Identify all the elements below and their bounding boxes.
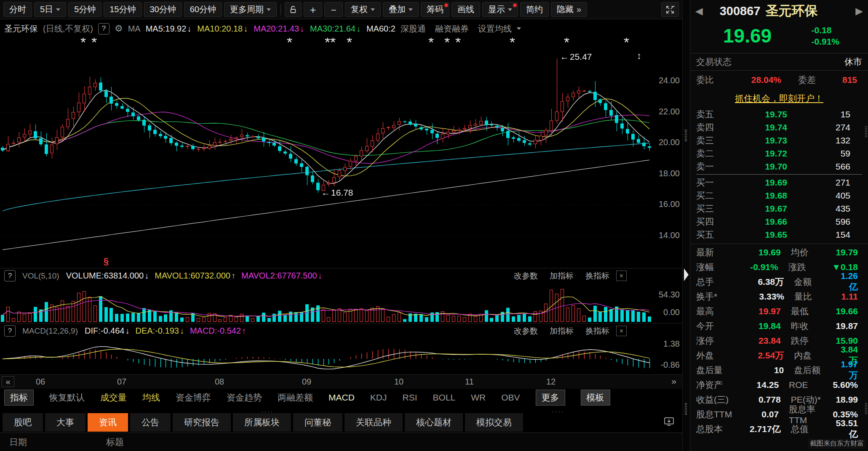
bottom-nav-tab[interactable]: 股吧 bbox=[3, 413, 43, 432]
bottom-nav-tab[interactable]: 核心题材 bbox=[405, 413, 463, 432]
volume-canvas[interactable] bbox=[0, 283, 652, 323]
event-star-icon[interactable]: * bbox=[624, 38, 629, 47]
event-star-icon[interactable]: * bbox=[287, 38, 292, 47]
indicator-tab[interactable]: RSI bbox=[403, 393, 417, 403]
tool-button[interactable]: 筹码 bbox=[421, 2, 449, 17]
book-quantity: 435 bbox=[836, 204, 862, 214]
edge-grip[interactable] bbox=[865, 403, 867, 414]
drag-grip[interactable]: ···· bbox=[261, 408, 273, 416]
main-candlestick-chart[interactable]: 24.0022.0020.0018.0016.0014.00 ←25.47←16… bbox=[0, 38, 682, 268]
indicator-tab[interactable]: 恢复默认 bbox=[49, 392, 85, 403]
indicator-tab[interactable]: WR bbox=[471, 393, 486, 403]
event-star-icon[interactable]: * bbox=[91, 38, 97, 47]
tool-button[interactable]: 叠加 bbox=[383, 2, 419, 17]
bottom-nav-tab[interactable]: 研究报告 bbox=[173, 413, 231, 432]
tool-button[interactable]: 显示 bbox=[482, 2, 518, 17]
period-button[interactable]: 30分钟 bbox=[144, 2, 182, 17]
ma-header-link[interactable]: 融资融券 bbox=[435, 23, 469, 34]
bottom-nav-tab[interactable]: 大事 bbox=[45, 413, 85, 432]
gear-icon[interactable]: ⚙ bbox=[115, 23, 123, 34]
ma-header-link[interactable]: 设置均线 bbox=[478, 23, 512, 34]
period-button[interactable]: 5日 bbox=[34, 2, 66, 17]
vol-action-link[interactable]: 加指标 bbox=[550, 271, 574, 281]
scale-drag-icon[interactable]: ↕ bbox=[637, 50, 641, 61]
period-button[interactable]: 15分钟 bbox=[104, 2, 142, 17]
period-button[interactable]: 更多周期 bbox=[224, 2, 277, 17]
indicator-tab[interactable]: 资金趋势 bbox=[227, 392, 262, 403]
event-star-icon[interactable]: * bbox=[80, 38, 86, 47]
open-account-ad-link[interactable]: 抓住机会，即刻开户！ bbox=[735, 93, 823, 104]
bottom-nav-tab[interactable]: 模拟交易 bbox=[465, 413, 523, 432]
macd-chart[interactable]: 1.38 -0.86 bbox=[0, 338, 682, 374]
macd-action-link[interactable]: 换指标 bbox=[585, 326, 609, 337]
event-star-icon[interactable]: * bbox=[347, 38, 352, 47]
divider-grip[interactable] bbox=[685, 403, 687, 415]
tool-button[interactable]: 画线 bbox=[451, 2, 480, 17]
indicator-tab[interactable]: 均线 bbox=[142, 392, 160, 403]
price-axis-label: 14.00 bbox=[654, 231, 680, 240]
period-button[interactable]: 60分钟 bbox=[184, 2, 222, 17]
indicator-tab[interactable]: 更多 bbox=[536, 390, 565, 406]
event-star-icon[interactable]: * bbox=[330, 38, 336, 47]
period-button[interactable]: 5分钟 bbox=[68, 2, 101, 17]
indicator-tab[interactable]: 资金博弈 bbox=[176, 392, 211, 403]
zoom-out-button[interactable]: － bbox=[324, 2, 343, 17]
candlestick-canvas[interactable] bbox=[0, 38, 652, 268]
tool-button[interactable]: 简约 bbox=[520, 2, 549, 17]
indicator-tab[interactable]: 成交量 bbox=[100, 392, 127, 403]
bottom-nav-tab[interactable]: 公告 bbox=[130, 413, 171, 432]
macd-action-link[interactable]: 加指标 bbox=[550, 326, 574, 337]
event-star-icon[interactable]: * bbox=[325, 38, 330, 47]
ma-header-link[interactable]: 深股通 bbox=[401, 23, 426, 34]
scroll-right-button[interactable]: » bbox=[671, 376, 676, 386]
indicator-tab[interactable]: 两融差额 bbox=[278, 392, 313, 403]
close-icon[interactable]: × bbox=[616, 326, 627, 336]
help-icon[interactable]: ? bbox=[4, 325, 16, 337]
macd-action-link[interactable]: 改参数 bbox=[514, 326, 538, 337]
bottom-nav-tab[interactable]: 所属板块 bbox=[233, 413, 291, 432]
fullscreen-button[interactable] bbox=[661, 2, 679, 17]
prev-stock-arrow[interactable]: ◀ bbox=[695, 5, 703, 17]
bottom-nav-tab[interactable]: 关联品种 bbox=[345, 413, 403, 432]
drag-grip[interactable]: ···· bbox=[552, 408, 564, 416]
tool-button[interactable]: 隐藏» bbox=[551, 2, 587, 17]
help-icon[interactable]: ? bbox=[98, 23, 110, 34]
unlock-button[interactable] bbox=[285, 2, 302, 17]
scroll-left-button[interactable]: « bbox=[2, 376, 14, 387]
period-button[interactable]: 分时 bbox=[3, 2, 32, 17]
next-stock-arrow[interactable]: ▶ bbox=[855, 5, 863, 17]
vol-action-link[interactable]: 改参数 bbox=[514, 271, 538, 281]
dividend-mark-icon[interactable]: § bbox=[104, 256, 109, 267]
news-window-button[interactable] bbox=[663, 416, 675, 429]
volume-chart[interactable]: 54.30 0.00 bbox=[0, 283, 682, 323]
event-star-icon[interactable]: * bbox=[564, 38, 569, 47]
bottom-nav-tab[interactable]: 问董秘 bbox=[293, 413, 342, 432]
edge-grip[interactable] bbox=[865, 126, 867, 137]
indicator-tab[interactable]: OBV bbox=[501, 393, 520, 403]
indicator-tab[interactable]: 指标 bbox=[4, 390, 34, 406]
macd-value-label: DEA:-0.193 bbox=[135, 326, 179, 336]
event-star-icon[interactable]: * bbox=[444, 38, 450, 47]
event-star-icon[interactable]: * bbox=[428, 38, 434, 47]
indicator-tab[interactable]: MACD bbox=[329, 393, 355, 403]
indicator-tab[interactable]: BOLL bbox=[433, 393, 456, 403]
indicator-tab[interactable]: KDJ bbox=[370, 393, 387, 403]
annotation-value: 16.78 bbox=[331, 188, 353, 198]
vol-action-link[interactable]: 换指标 bbox=[585, 271, 609, 281]
macd-canvas[interactable] bbox=[0, 338, 652, 374]
stat-value: 14.25 bbox=[734, 380, 779, 390]
help-icon[interactable]: ? bbox=[4, 270, 16, 281]
panel-divider[interactable] bbox=[682, 0, 690, 451]
arrow-down-icon: ↓ bbox=[187, 24, 191, 34]
zoom-in-button[interactable]: ＋ bbox=[304, 2, 322, 17]
indicator-tab[interactable]: 模板 bbox=[581, 390, 610, 406]
bottom-nav-bar: 股吧大事资讯公告研究报告所属板块问董秘关联品种核心题材模拟交易 bbox=[0, 412, 682, 432]
tool-button[interactable]: 复权 bbox=[345, 2, 381, 17]
divider-grip[interactable] bbox=[685, 130, 687, 141]
collapse-panel-arrow-icon[interactable] bbox=[684, 268, 689, 281]
event-star-icon[interactable]: * bbox=[455, 38, 461, 47]
event-star-icon[interactable]: * bbox=[510, 38, 515, 47]
close-icon[interactable]: × bbox=[616, 271, 627, 281]
bottom-nav-tab[interactable]: 资讯 bbox=[88, 413, 128, 432]
stat-value: 19.79 bbox=[836, 247, 862, 257]
